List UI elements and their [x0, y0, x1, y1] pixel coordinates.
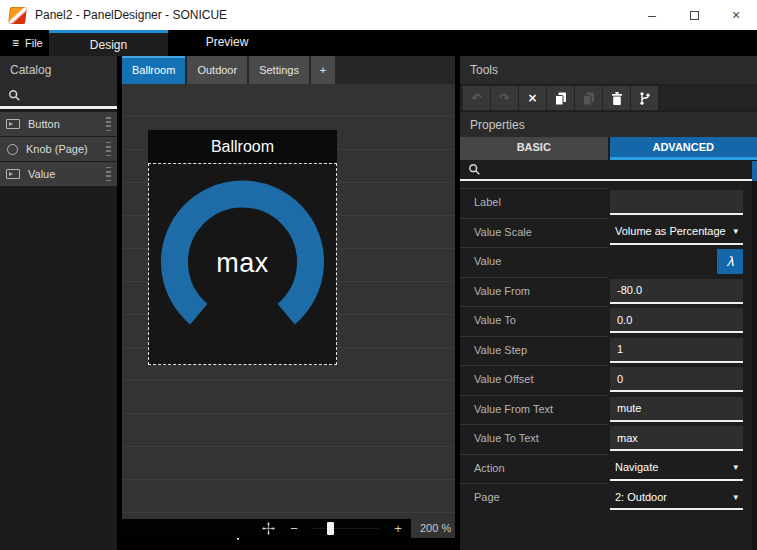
- catalog-search-input[interactable]: [0, 84, 117, 109]
- scrollbar-thumb[interactable]: [752, 161, 757, 181]
- catalog-sidebar: Catalog Button Knob (Page) Value: [0, 56, 117, 550]
- value-to-text-field[interactable]: [610, 426, 743, 451]
- value-to-field[interactable]: [610, 308, 743, 333]
- properties-search-input[interactable]: [460, 160, 752, 181]
- knob-icon: [7, 144, 18, 155]
- redo-icon: ↷: [499, 91, 509, 105]
- undo-button[interactable]: ↶: [463, 86, 490, 110]
- zoom-controls: − +: [122, 519, 411, 538]
- delete-button[interactable]: [603, 86, 630, 110]
- tab-design[interactable]: Design: [49, 30, 168, 56]
- maximize-icon: [690, 11, 699, 20]
- paste-button[interactable]: [575, 86, 602, 110]
- property-label: Value: [474, 255, 501, 267]
- page-dropdown[interactable]: 2: Outdoor ▾: [610, 485, 743, 510]
- design-canvas[interactable]: Ballroom max: [122, 84, 455, 519]
- tab-preview[interactable]: Preview: [170, 30, 284, 56]
- copy-pages-icon: [553, 91, 568, 106]
- title-bar: Panel2 - PanelDesigner - SONICUE – ×: [0, 0, 757, 30]
- tab-advanced[interactable]: ADVANCED: [610, 137, 757, 160]
- zoom-out-button[interactable]: −: [281, 519, 307, 538]
- dropdown-value: 2: Outdoor: [615, 491, 733, 503]
- value-offset-field[interactable]: [610, 367, 743, 392]
- value-from-field[interactable]: [610, 279, 743, 304]
- window-controls: – ×: [631, 0, 757, 30]
- zoom-slider-handle[interactable]: [327, 522, 334, 535]
- file-menu[interactable]: ≡ File: [0, 30, 55, 56]
- catalog-item-label: Button: [28, 118, 106, 130]
- catalog-item-label: Knob (Page): [26, 143, 106, 155]
- dropdown-value: Volume as Percentage: [615, 225, 733, 237]
- value-icon: [6, 169, 20, 179]
- tab-basic[interactable]: BASIC: [460, 137, 608, 160]
- property-label: Action: [474, 462, 505, 474]
- canvas-status-bar: − + 200 %: [122, 519, 455, 538]
- action-dropdown[interactable]: Navigate ▾: [610, 456, 743, 481]
- properties-list: Label Value Scale Volume as Percentage ▾…: [460, 183, 752, 550]
- redo-button[interactable]: ↷: [491, 86, 518, 110]
- page-tab-settings[interactable]: Settings: [249, 56, 309, 84]
- center-view-icon: [262, 522, 275, 535]
- property-label: Value Step: [474, 344, 527, 356]
- close-button[interactable]: ×: [715, 0, 757, 30]
- catalog-item-list: Button Knob (Page) Value: [0, 112, 117, 186]
- file-menu-label: File: [25, 37, 43, 49]
- dropdown-value: Navigate: [615, 461, 733, 473]
- catalog-item-value[interactable]: Value: [0, 162, 117, 186]
- catalog-header: Catalog: [0, 56, 117, 84]
- knob-value-label: max: [149, 248, 336, 279]
- zoom-slider[interactable]: [313, 519, 379, 538]
- properties-header: Properties: [460, 112, 757, 137]
- panel-title: Ballroom: [148, 130, 337, 163]
- property-label: Value To: [474, 314, 516, 326]
- catalog-item-knob-page[interactable]: Knob (Page): [0, 137, 117, 161]
- value-scale-dropdown[interactable]: Volume as Percentage ▾: [610, 220, 743, 245]
- property-row: Action Navigate ▾: [460, 454, 752, 484]
- property-label: Page: [474, 491, 500, 503]
- chevron-down-icon: ▾: [733, 462, 738, 472]
- value-from-text-field[interactable]: [610, 397, 743, 422]
- cut-button[interactable]: ×: [519, 86, 546, 110]
- properties-scrollbar[interactable]: [752, 160, 757, 550]
- tools-toolbar: ↶ ↷ ×: [460, 85, 757, 111]
- cut-icon: ×: [527, 91, 537, 105]
- property-row: Value To: [460, 306, 752, 336]
- catalog-item-button[interactable]: Button: [0, 112, 117, 136]
- value-step-field[interactable]: [610, 338, 743, 363]
- property-row: Value Step: [460, 336, 752, 366]
- tools-properties-panel: Tools ↶ ↷ ×: [460, 56, 757, 550]
- property-label: Value Scale: [474, 226, 532, 238]
- search-icon: [8, 89, 21, 102]
- knob-widget-selected[interactable]: max: [148, 163, 337, 365]
- property-row: Value From Text: [460, 395, 752, 425]
- maximize-button[interactable]: [673, 0, 715, 30]
- window-title: Panel2 - PanelDesigner - SONICUE: [35, 8, 227, 22]
- app-logo-icon: [8, 7, 27, 24]
- branch-icon: [637, 91, 652, 106]
- center-view-button[interactable]: [255, 522, 281, 535]
- property-label: Label: [474, 196, 501, 208]
- drag-handle-icon[interactable]: [106, 142, 111, 157]
- chevron-down-icon: ▾: [733, 492, 738, 502]
- chevron-down-icon: ▾: [733, 226, 738, 236]
- property-row: Value Scale Volume as Percentage ▾: [460, 218, 752, 248]
- panel-widget: Ballroom max: [148, 130, 337, 365]
- page-tab-outdoor[interactable]: Outdoor: [187, 56, 247, 84]
- property-row: Value To Text: [460, 424, 752, 454]
- copy-button[interactable]: [547, 86, 574, 110]
- drag-handle-icon[interactable]: [106, 167, 111, 182]
- page-tab-ballroom[interactable]: Ballroom: [122, 56, 185, 84]
- page-tab-bar: Ballroom Outdoor Settings +: [122, 56, 455, 84]
- value-lambda-button[interactable]: λ: [717, 249, 743, 274]
- trash-icon: [610, 91, 624, 106]
- label-field[interactable]: [610, 190, 743, 215]
- drag-handle-icon[interactable]: [106, 117, 111, 132]
- zoom-in-button[interactable]: +: [385, 519, 411, 538]
- minimize-button[interactable]: –: [631, 0, 673, 30]
- property-label: Value From Text: [474, 403, 553, 415]
- property-label: Value From: [474, 285, 530, 297]
- app-window: Panel2 - PanelDesigner - SONICUE – × ≡ F…: [0, 0, 757, 550]
- add-page-tab-button[interactable]: +: [311, 56, 335, 84]
- button-icon: [6, 119, 20, 129]
- branch-button[interactable]: [631, 86, 658, 110]
